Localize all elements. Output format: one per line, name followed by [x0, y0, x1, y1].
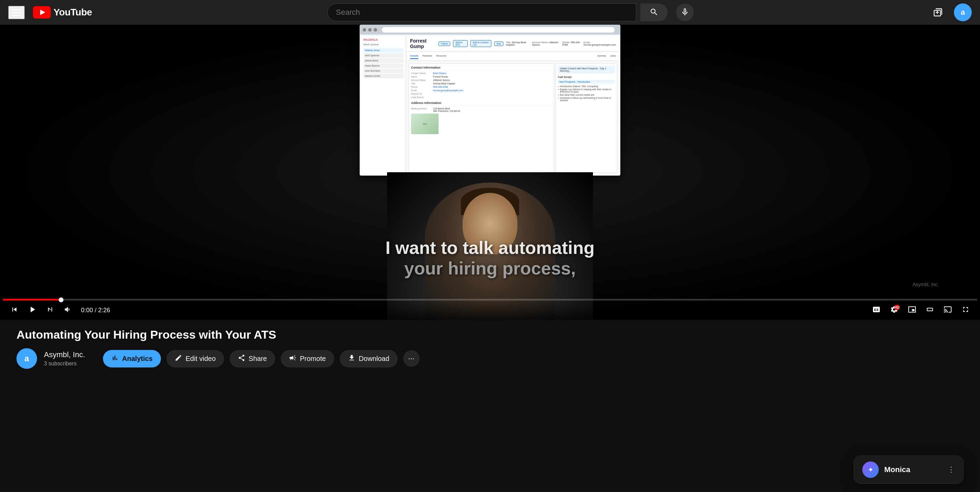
next-button[interactable]	[43, 303, 58, 318]
title-field-label: Title: Shrimp Boat Captain	[506, 41, 530, 46]
more-options-button[interactable]: ···	[403, 350, 420, 367]
script-bullet-4: Schedule a follow up call/meeting if mor…	[558, 97, 615, 102]
ss-contact-row: John McClane	[363, 68, 404, 73]
monica-panel: ✦ Monica ⋮	[854, 455, 964, 484]
user-avatar-button[interactable]: a	[954, 3, 972, 21]
next-icon	[46, 305, 54, 315]
share-button[interactable]: Share	[229, 350, 275, 368]
call-script-header: Call Script	[558, 75, 615, 78]
below-video-section: Automating Your Hiring Process with Your…	[0, 320, 980, 377]
youtube-logo-icon	[33, 6, 51, 19]
script-bullet-3: Ask what their current needs are	[558, 94, 615, 96]
search-bar-container	[327, 3, 636, 21]
channel-subscribers: 3 subscribers	[44, 361, 85, 367]
nav-center	[100, 3, 921, 21]
activity-section: Initiate Contact with New Prospects - Da…	[555, 64, 617, 173]
settings-button[interactable]: HD	[887, 303, 902, 318]
miniplayer-button[interactable]	[905, 303, 920, 318]
script-label: New Prospects - Introduction	[558, 80, 615, 84]
user-initial: a	[961, 8, 965, 17]
edit-video-label: Edit video	[186, 355, 216, 363]
play-button[interactable]	[25, 303, 40, 318]
channel-initial: a	[24, 354, 29, 363]
share-icon	[238, 354, 245, 363]
theater-button[interactable]	[922, 303, 937, 318]
ss-contact-row: James Bond	[363, 58, 404, 63]
channel-row: a Asymbl, Inc. 3 subscribers Analytics	[16, 348, 964, 369]
video-title: Automating Your Hiring Process with Your…	[16, 328, 964, 341]
channel-avatar[interactable]: a	[16, 348, 37, 369]
details-tab: Details	[410, 54, 418, 59]
channel-name: Asymbl, Inc.	[44, 350, 85, 359]
search-button[interactable]	[640, 3, 668, 21]
mobile-field-label: Mobile: 555-345-6789	[562, 41, 581, 46]
jobs-tab: Jobs	[610, 54, 616, 59]
promote-icon	[289, 354, 296, 363]
time-display: 0:00 / 2:26	[81, 307, 110, 314]
analytics-button[interactable]: Analytics	[103, 350, 161, 368]
nav-left: YouTube	[8, 6, 92, 19]
play-icon	[27, 305, 37, 316]
ss-contact-row: Indiana Jones	[363, 48, 404, 53]
contact-list-btn: Add to Contact List	[471, 40, 492, 47]
theater-icon	[926, 305, 934, 315]
analytics-icon	[111, 354, 119, 363]
presenter-area	[387, 172, 593, 320]
edit-video-button[interactable]: Edit video	[166, 350, 224, 368]
more-icon: ···	[408, 354, 414, 363]
video-player[interactable]: PACIFICA Work Queue Indiana Jones Jack S…	[0, 25, 980, 320]
youtube-wordmark: YouTube	[54, 7, 92, 18]
cast-button[interactable]	[940, 303, 955, 318]
resume-tab: Resume	[436, 54, 446, 59]
search-input[interactable]	[328, 8, 636, 17]
ss-contact-row: Mariana Smith	[363, 74, 404, 78]
settings-badge: HD	[894, 305, 900, 310]
video-container: PACIFICA Work Queue Indiana Jones Jack S…	[0, 25, 980, 320]
contact-info-section: Contact Information Contact Owner Brad O…	[409, 64, 554, 173]
add-ats-btn: Add to ATS	[453, 40, 467, 47]
email-field-label: Email: forrest.gump@example.com	[584, 41, 616, 46]
controls-bar: 0:00 / 2:26 HD	[0, 301, 980, 320]
monica-icon: ✦	[868, 466, 873, 474]
mute-button[interactable]	[60, 303, 75, 318]
monica-more-button[interactable]: ⋮	[947, 465, 955, 474]
nav-right: a	[929, 3, 972, 21]
download-icon	[348, 354, 355, 363]
activity-tab: Activity	[597, 54, 606, 59]
action-buttons: Analytics Edit video Share	[103, 350, 420, 368]
script-bullet-1: Introduction [Name, Title, Company]	[558, 85, 615, 88]
mic-button[interactable]	[676, 3, 694, 21]
ss-contact-row: Jason Bourne	[363, 64, 404, 68]
previous-button[interactable]	[7, 303, 22, 318]
youtube-logo[interactable]: YouTube	[33, 6, 92, 19]
fullscreen-icon	[961, 305, 970, 315]
video-screenshot-overlay: PACIFICA Work Queue Indiana Jones Jack S…	[360, 25, 620, 176]
channel-info: Asymbl, Inc. 3 subscribers	[44, 350, 85, 367]
cast-icon	[943, 305, 952, 315]
promote-label: Promote	[300, 355, 326, 363]
download-button[interactable]: Download	[340, 350, 398, 368]
top-navigation: YouTube a	[0, 0, 980, 25]
subtitles-button[interactable]	[869, 303, 884, 318]
account-field-label: Account Name: eMarket Xpress	[532, 41, 560, 46]
share-label: Share	[249, 355, 267, 363]
fullscreen-button[interactable]	[958, 303, 973, 318]
previous-icon	[10, 305, 19, 315]
mic-icon	[681, 8, 689, 18]
video-watermark: Asymbl, Inc.	[913, 282, 939, 287]
create-button[interactable]	[929, 3, 947, 21]
search-icon	[649, 8, 659, 18]
hamburger-menu-button[interactable]	[8, 6, 25, 19]
related-tab: Related	[422, 54, 432, 59]
miniplayer-icon	[908, 305, 916, 315]
download-label: Download	[359, 355, 390, 363]
script-bullet-2: Explain our interest in helping with the…	[558, 88, 615, 93]
subtitles-icon	[872, 305, 880, 315]
volume-icon	[64, 305, 72, 315]
promote-button[interactable]: Promote	[281, 350, 334, 368]
analytics-label: Analytics	[122, 355, 153, 363]
contact-name: Forrest Gump	[410, 38, 436, 49]
monica-avatar: ✦	[862, 462, 879, 478]
edit-icon	[175, 354, 182, 363]
follow-btn: Follow	[439, 41, 450, 46]
